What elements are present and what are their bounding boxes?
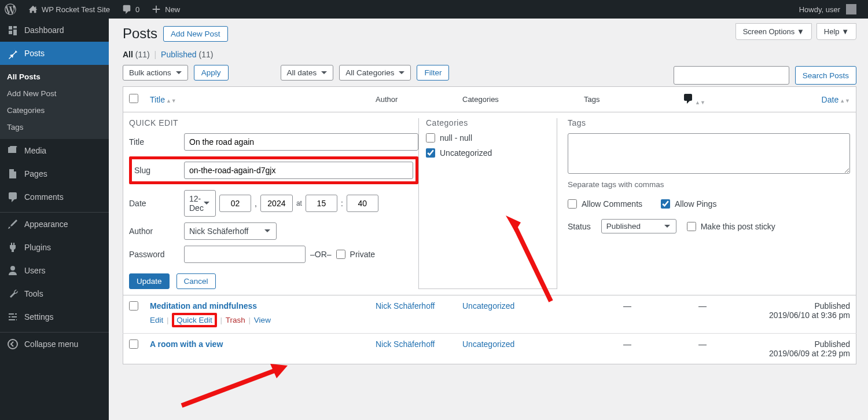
tags-cell: — — [623, 339, 631, 349]
qe-year-input[interactable] — [260, 195, 293, 212]
qe-hour-input[interactable] — [306, 195, 337, 212]
wp-logo[interactable] — [0, 0, 21, 19]
add-new-post-button[interactable]: Add New Post — [163, 26, 228, 42]
filter-button[interactable]: Filter — [417, 65, 449, 81]
quick-edit-link[interactable]: Quick Edit — [176, 316, 212, 324]
menu-plugins[interactable]: Plugins — [0, 236, 109, 259]
column-date[interactable]: Date▲▼ — [822, 95, 850, 104]
svg-point-0 — [8, 339, 17, 349]
qe-author-select[interactable]: Nick Schäferhoff — [184, 222, 277, 240]
column-comments[interactable]: ▲▼ — [682, 97, 705, 106]
howdy-text: Howdy, user — [799, 5, 840, 14]
update-button[interactable]: Update — [129, 273, 170, 289]
menu-users[interactable]: Users — [0, 259, 109, 282]
qe-day-input[interactable] — [219, 195, 251, 212]
search-button[interactable]: Search Posts — [795, 66, 856, 85]
submenu-tags[interactable]: Tags — [0, 119, 109, 136]
sticky-checkbox[interactable] — [687, 222, 696, 231]
menu-posts[interactable]: Posts — [0, 42, 109, 65]
submenu-categories[interactable]: Categories — [0, 102, 109, 119]
qe-month-select[interactable]: 12-Dec — [184, 190, 216, 217]
submenu-add-new[interactable]: Add New Post — [0, 85, 109, 102]
qe-title-input[interactable] — [184, 133, 418, 151]
column-title[interactable]: Title▲▼ — [150, 95, 176, 104]
row-checkbox[interactable] — [129, 339, 138, 349]
home-icon — [28, 4, 38, 14]
page-icon — [7, 168, 19, 180]
menu-dashboard[interactable]: Dashboard — [0, 19, 109, 42]
qe-tags-label: Tags — [568, 118, 850, 127]
menu-media[interactable]: Media — [0, 139, 109, 162]
row-checkbox[interactable] — [129, 301, 138, 311]
qe-status-label: Status — [568, 222, 591, 231]
quick-edit-highlight-box: Quick Edit — [172, 313, 217, 327]
author-link[interactable]: Nick Schäferhoff — [376, 339, 435, 349]
select-all-checkbox[interactable] — [129, 94, 138, 103]
menu-tools[interactable]: Tools — [0, 282, 109, 305]
site-name: WP Rocket Test Site — [42, 5, 110, 14]
category-link[interactable]: Uncategorized — [462, 339, 514, 349]
filter-published[interactable]: Published (11) — [161, 50, 213, 59]
cancel-button[interactable]: Cancel — [176, 273, 216, 289]
qe-status-select[interactable]: Published — [601, 219, 676, 233]
search-box: Search Posts — [674, 66, 856, 85]
qe-tags-hint: Separate tags with commas — [568, 180, 850, 189]
comments-link[interactable]: 0 — [117, 0, 144, 19]
wordpress-icon — [5, 3, 16, 15]
trash-link[interactable]: Trash — [226, 316, 245, 324]
comment-icon — [122, 4, 132, 14]
edit-link[interactable]: Edit — [150, 316, 163, 324]
allow-comments-checkbox[interactable] — [568, 199, 577, 209]
menu-appearance[interactable]: Appearance — [0, 213, 109, 236]
qe-title-label: Title — [129, 137, 184, 147]
date-filter-select[interactable]: All dates — [281, 65, 334, 81]
comments-cell: — — [698, 339, 707, 349]
qe-slug-label: Slug — [134, 166, 184, 175]
qe-private-label: Private — [350, 250, 376, 259]
category-filter-select[interactable]: All Categories — [339, 65, 411, 81]
menu-comments[interactable]: Comments — [0, 185, 109, 209]
new-link[interactable]: New — [146, 0, 185, 19]
qe-private-checkbox[interactable] — [336, 250, 345, 259]
qe-password-input[interactable] — [184, 246, 306, 263]
filter-all[interactable]: All (11) — [123, 50, 150, 59]
cat-uncategorized-checkbox[interactable] — [426, 148, 435, 158]
quick-edit-row: QUICK EDIT Title Slug Date — [123, 112, 856, 295]
sort-icon: ▲▼ — [695, 101, 705, 104]
comments-cell: — — [698, 301, 707, 311]
menu-collapse[interactable]: Collapse menu — [0, 333, 109, 356]
slug-highlight-box: Slug — [129, 156, 418, 184]
quick-edit-heading: QUICK EDIT — [129, 118, 418, 127]
cat-null-checkbox[interactable] — [426, 133, 435, 143]
comment-count: 0 — [135, 5, 139, 14]
view-link[interactable]: View — [254, 316, 271, 324]
qe-slug-input[interactable] — [184, 162, 413, 179]
comments-icon — [7, 191, 19, 203]
qe-tags-textarea[interactable] — [568, 133, 850, 174]
submenu-all-posts[interactable]: All Posts — [0, 68, 109, 85]
avatar — [846, 4, 856, 14]
page-title: Posts — [123, 25, 157, 42]
qe-minute-input[interactable] — [347, 195, 378, 212]
category-link[interactable]: Uncategorized — [462, 301, 514, 311]
row-actions: Edit | Quick Edit | Trash | View — [150, 313, 364, 327]
dashboard-icon — [7, 24, 19, 36]
howdy-link[interactable]: Howdy, user — [795, 0, 861, 19]
plug-icon — [7, 242, 19, 253]
posts-submenu: All Posts Add New Post Categories Tags — [0, 65, 109, 139]
allow-pings-checkbox[interactable] — [661, 199, 670, 209]
search-input[interactable] — [674, 66, 789, 85]
author-link[interactable]: Nick Schäferhoff — [376, 301, 435, 311]
qe-categories-label: Categories — [426, 118, 550, 127]
qe-date-label: Date — [129, 199, 184, 208]
apply-button[interactable]: Apply — [194, 65, 229, 81]
site-link[interactable]: WP Rocket Test Site — [23, 0, 115, 19]
date-status: Published — [815, 301, 851, 311]
column-categories: Categories — [462, 95, 499, 104]
post-title-link[interactable]: Meditation and mindfulness — [150, 301, 257, 311]
sort-icon: ▲▼ — [840, 99, 850, 103]
bulk-actions-select[interactable]: Bulk actions — [123, 65, 188, 81]
menu-pages[interactable]: Pages — [0, 162, 109, 185]
menu-settings[interactable]: Settings — [0, 305, 109, 328]
post-title-link[interactable]: A room with a view — [150, 339, 223, 349]
